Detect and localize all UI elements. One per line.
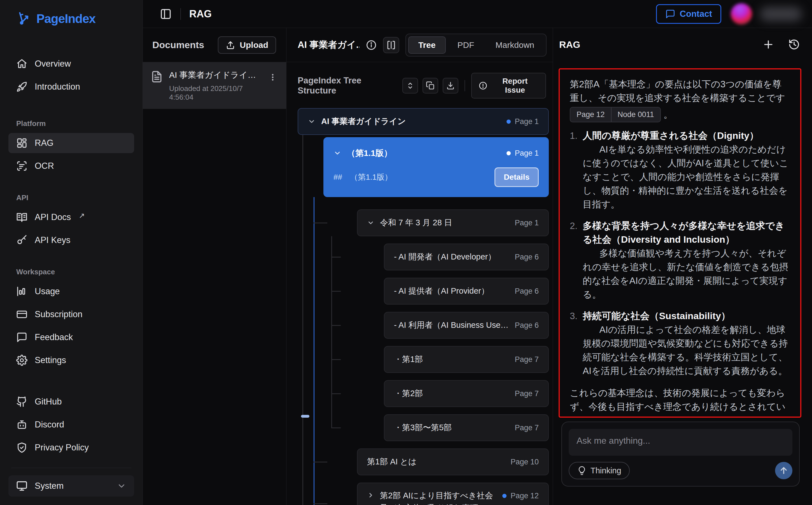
tree-node[interactable]: - AI 提供者（AI Provider） Page 6 [384,278,549,305]
chevron-down-icon[interactable] [333,149,341,157]
tree-branch [331,393,341,394]
send-button[interactable] [775,462,792,479]
bar-chart-icon [16,286,27,297]
chat-input[interactable]: Ask me anything... [569,429,792,456]
home-icon [16,58,27,69]
tab-tree[interactable]: Tree [408,36,446,54]
upload-button-label: Upload [240,40,268,50]
tree-node-label: 第2部 AIにより目指すべき社会及び各主体が取り組む事項 [380,489,497,505]
sidebar-item-ocr[interactable]: OCR [8,156,134,176]
history-icon[interactable] [787,38,801,51]
sidebar-item-label: API Keys [35,235,70,245]
topbar-divider [180,8,181,20]
tree-node[interactable]: 第2部 AIにより目指すべき社会及び各主体が取り組む事項 Page 12 [357,483,549,505]
tree-node-page: Page 7 [515,389,539,398]
main-area: RAG Contact Documents Upload [143,0,812,505]
info-icon[interactable] [366,39,377,51]
sidebar-item-label: Discord [35,419,64,430]
sidebar-item-introduction[interactable]: Introduction [8,77,134,97]
tree-guide-line [302,135,303,505]
tree-body: AI 事業者ガイドライン Page 1 （第1.1版） Page 1 ## （第… [298,108,549,505]
answer-list-item: 2. 多様な背景を持つ人々が多様な幸せを追求できる社会（Diversity an… [570,219,790,301]
node-ref: Node 0011 [612,108,660,122]
download-button[interactable] [443,78,458,94]
tree-node[interactable]: 第1部 AI とは Page 10 [357,449,549,475]
topbar: RAG Contact [143,0,812,28]
list-item-title: 多様な背景を持つ人々が多様な幸せを追求できる社会（Diversity and I… [583,219,790,246]
logo[interactable]: PageIndex [8,11,134,27]
sidebar-item-label: Settings [35,355,66,365]
sidebar-item-label: RAG [35,138,53,148]
tree-guide-line-selected [314,197,314,505]
chevron-right-icon[interactable] [367,492,374,499]
document-list-item[interactable]: AI 事業者ガイドライン.pdf Uploaded at 2025/10/7 4… [143,62,286,109]
sidebar-item-usage[interactable]: Usage [8,281,134,302]
expand-collapse-button[interactable] [402,78,418,94]
user-avatar[interactable] [731,3,752,25]
tree-node-subtitle: ## （第1.1版） [333,172,392,182]
source-reference-badge[interactable]: Page 12Node 0011 [600,417,691,418]
sidebar-item-label: OCR [35,161,54,171]
theme-selector[interactable]: System [8,475,134,497]
document-upload-time: Uploaded at 2025/10/7 4:56:04 [169,84,262,102]
details-button[interactable]: Details [494,167,539,187]
tree-node-root[interactable]: AI 事業者ガイドライン Page 1 [298,108,549,135]
chevron-down-icon[interactable] [308,118,316,125]
tab-pdf[interactable]: PDF [448,37,484,53]
sidebar-item-api-keys[interactable]: API Keys [8,230,134,250]
sidebar-item-settings[interactable]: Settings [8,350,134,370]
rag-answer-highlighted: 第2部A「基本理念」の要点は以下の3つの価値を尊重し、その実現を追求する社会を構… [558,68,801,418]
chevron-down-icon[interactable] [367,219,374,226]
tree-node-selected[interactable]: （第1.1版） Page 1 ## （第1.1版） Details [323,137,549,197]
list-number: 1. [570,129,583,211]
report-issue-button[interactable]: Report Issue [471,73,546,99]
sidebar-item-discord[interactable]: Discord [8,414,134,435]
tree-node[interactable]: ・第1部 Page 7 [384,346,549,373]
sidebar-item-overview[interactable]: Overview [8,54,134,74]
tree-node[interactable]: ・第2部 Page 7 [384,380,549,407]
sidebar-item-api-docs[interactable]: API Docs ↗ [8,207,134,227]
copy-button[interactable] [423,78,438,94]
thinking-toggle-button[interactable]: Thinking [569,462,630,479]
tree-node-label: （第1.1版） [347,148,392,159]
section-label-api: API [8,193,134,202]
tree-node[interactable]: ・第3部〜第5部 Page 7 [384,414,549,441]
viewer-doc-title: AI 事業者ガイ... [298,39,359,51]
sidebar-item-label: Overview [35,59,71,69]
theme-selector-label: System [35,481,63,491]
upload-button[interactable]: Upload [218,36,276,54]
sidebar-item-privacy-policy[interactable]: Privacy Policy [8,438,134,458]
tree-node-page: Page 7 [515,424,539,432]
source-reference-badge[interactable]: Page 12 Node 0011 [570,107,661,122]
app-root: PageIndex Overview Introduction Platform… [0,0,812,505]
tree-node-page: Page 7 [515,355,539,364]
tree-node-label: ・第3部〜第5部 [394,422,452,433]
sidebar-item-label: Introduction [35,82,80,92]
tree-node-label: ・第2部 [394,388,423,399]
contact-button[interactable]: Contact [656,4,721,24]
tree-node-label: AI 事業者ガイドライン [321,116,406,127]
user-name-redacted [760,7,802,21]
sidebar-item-github[interactable]: GitHub [8,392,134,412]
tree-node[interactable]: - AI 利用者（AI Business User） Page 6 [384,312,549,339]
tree-node-page: Page 10 [510,458,539,466]
tree-node-label: 第1部 AI とは [367,456,417,468]
sidebar-item-rag[interactable]: RAG [8,133,134,153]
split-view-button[interactable] [383,37,399,53]
tree-node-label: - AI 提供者（AI Provider） [394,286,489,297]
tree-node-page: Page 6 [515,321,539,330]
dashboard-grid-icon [16,138,27,149]
tree-branch [314,503,327,504]
tree-branch [331,359,341,360]
list-item-title: 持続可能な社会（Sustainability） [583,309,790,323]
tab-markdown[interactable]: Markdown [486,37,544,53]
tree-node[interactable]: 令和 7 年 3 月 28 日 Page 1 [357,209,549,236]
sidebar-item-subscription[interactable]: Subscription [8,304,134,324]
tree-node[interactable]: - AI 開発者（AI Developer） Page 6 [384,243,549,271]
new-chat-button[interactable] [762,38,775,51]
sidebar-toggle-button[interactable] [158,6,174,22]
sidebar-item-feedback[interactable]: Feedback [8,327,134,347]
credit-card-icon [16,309,27,320]
more-options-icon[interactable] [268,71,278,102]
list-number: 2. [570,219,583,301]
